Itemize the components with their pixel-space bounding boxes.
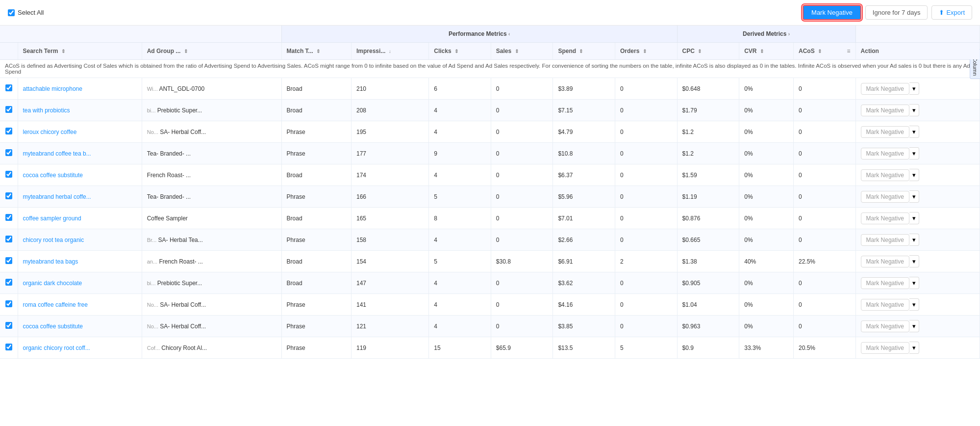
mark-negative-row-button[interactable]: Mark Negative bbox=[861, 105, 909, 116]
mark-negative-row-button[interactable]: Mark Negative bbox=[861, 256, 909, 267]
row-checkbox-cell[interactable] bbox=[0, 229, 18, 251]
cell-spend: $7.01 bbox=[553, 208, 615, 229]
clicks-sort-icon[interactable]: ⇕ bbox=[454, 49, 458, 54]
mark-negative-row-button[interactable]: Mark Negative bbox=[861, 342, 909, 354]
row-checkbox[interactable] bbox=[5, 236, 12, 242]
th-cvr[interactable]: CVR ⇕ bbox=[739, 43, 794, 60]
row-checkbox[interactable] bbox=[5, 84, 12, 91]
row-checkbox[interactable] bbox=[5, 192, 12, 199]
mark-negative-dropdown-button[interactable]: ▾ bbox=[909, 169, 919, 181]
search-term-sort-icon[interactable]: ⇕ bbox=[61, 49, 65, 54]
th-cpc[interactable]: CPC ⇕ bbox=[677, 43, 739, 60]
spend-sort-icon[interactable]: ⇕ bbox=[579, 49, 583, 54]
select-all-label[interactable]: Select All bbox=[18, 9, 44, 16]
mark-negative-dropdown-button[interactable]: ▾ bbox=[909, 126, 919, 138]
row-checkbox-cell[interactable] bbox=[0, 251, 18, 272]
impressions-sort-icon[interactable]: ↓ bbox=[389, 49, 391, 54]
cvr-sort-icon[interactable]: ⇕ bbox=[760, 49, 764, 54]
row-checkbox-cell[interactable] bbox=[0, 100, 18, 121]
mark-negative-dropdown-button[interactable]: ▾ bbox=[909, 342, 919, 354]
th-spend[interactable]: Spend ⇕ bbox=[553, 43, 615, 60]
th-orders[interactable]: Orders ⇕ bbox=[615, 43, 678, 60]
cell-match-type: Broad bbox=[281, 100, 351, 121]
cell-sales: 0 bbox=[491, 143, 553, 164]
row-checkbox[interactable] bbox=[5, 171, 12, 178]
chevron-down-icon: ▾ bbox=[912, 171, 916, 179]
col-group-action-empty bbox=[855, 26, 980, 43]
cell-orders: 0 bbox=[615, 186, 678, 208]
ad-group-sort-icon[interactable]: ⇕ bbox=[184, 49, 188, 54]
orders-sort-icon[interactable]: ⇕ bbox=[643, 49, 647, 54]
row-checkbox[interactable] bbox=[5, 106, 12, 113]
mark-negative-row-button[interactable]: Mark Negative bbox=[861, 126, 909, 138]
cell-sales: 0 bbox=[491, 121, 553, 143]
cpc-sort-icon[interactable]: ⇕ bbox=[698, 49, 702, 54]
row-checkbox-cell[interactable] bbox=[0, 272, 18, 294]
mark-negative-row-button[interactable]: Mark Negative bbox=[861, 299, 909, 311]
mark-negative-dropdown-button[interactable]: ▾ bbox=[909, 277, 919, 289]
row-checkbox[interactable] bbox=[5, 214, 12, 221]
mark-negative-row-button[interactable]: Mark Negative bbox=[861, 148, 909, 160]
th-search-term[interactable]: Search Term ⇕ bbox=[18, 43, 142, 60]
cell-acos: 0 bbox=[793, 272, 855, 294]
sales-sort-icon[interactable]: ⇕ bbox=[515, 49, 519, 54]
row-checkbox[interactable] bbox=[5, 279, 12, 286]
acos-sort-icon[interactable]: ⇕ bbox=[818, 49, 822, 54]
row-checkbox-cell[interactable] bbox=[0, 337, 18, 359]
cell-ad-group: Tea- Branded- ... bbox=[142, 143, 281, 164]
cell-orders: 0 bbox=[615, 208, 678, 229]
mark-negative-row-button[interactable]: Mark Negative bbox=[861, 234, 909, 246]
mark-negative-dropdown-button[interactable]: ▾ bbox=[909, 255, 919, 267]
row-checkbox-cell[interactable] bbox=[0, 164, 18, 186]
table-body: attachable microphone Wi... ANTL_GDL-070… bbox=[0, 78, 980, 359]
row-checkbox[interactable] bbox=[5, 300, 12, 307]
th-acos[interactable]: ACoS ⇕ ≡ bbox=[793, 43, 855, 60]
mark-negative-dropdown-button[interactable]: ▾ bbox=[909, 104, 919, 116]
row-checkbox-cell[interactable] bbox=[0, 316, 18, 337]
cell-match-type: Broad bbox=[281, 251, 351, 272]
row-checkbox[interactable] bbox=[5, 322, 12, 329]
ignore-button[interactable]: Ignore for 7 days bbox=[865, 5, 928, 20]
cell-impressions: 147 bbox=[351, 272, 428, 294]
th-ad-group[interactable]: Ad Group ... ⇕ bbox=[142, 43, 281, 60]
mark-negative-row-button[interactable]: Mark Negative bbox=[861, 83, 909, 95]
th-impressions[interactable]: Impressi... ↓ bbox=[351, 43, 428, 60]
match-type-sort-icon[interactable]: ⇕ bbox=[316, 49, 320, 54]
mark-negative-row-button[interactable]: Mark Negative bbox=[861, 277, 909, 289]
cell-match-type: Phrase bbox=[281, 229, 351, 251]
mark-negative-row-button[interactable]: Mark Negative bbox=[861, 169, 909, 181]
th-clicks[interactable]: Clicks ⇕ bbox=[429, 43, 491, 60]
mark-negative-row-button[interactable]: Mark Negative bbox=[861, 320, 909, 332]
row-checkbox-cell[interactable] bbox=[0, 143, 18, 164]
mark-negative-main-button[interactable]: Mark Negative bbox=[803, 5, 861, 20]
col-menu-icon[interactable]: ≡ bbox=[847, 48, 851, 54]
cell-clicks: 6 bbox=[429, 78, 491, 100]
th-sales[interactable]: Sales ⇕ bbox=[491, 43, 553, 60]
select-all-checkbox[interactable] bbox=[8, 9, 15, 16]
row-checkbox-cell[interactable] bbox=[0, 121, 18, 143]
mark-negative-row-button[interactable]: Mark Negative bbox=[861, 191, 909, 203]
row-checkbox[interactable] bbox=[5, 149, 12, 156]
mark-negative-dropdown-button[interactable]: ▾ bbox=[909, 298, 919, 311]
mark-negative-dropdown-button[interactable]: ▾ bbox=[909, 234, 919, 246]
cell-spend: $3.89 bbox=[553, 78, 615, 100]
export-button[interactable]: ⬆ Export bbox=[931, 5, 972, 20]
row-checkbox[interactable] bbox=[5, 344, 12, 350]
row-checkbox-cell[interactable] bbox=[0, 208, 18, 229]
row-checkbox[interactable] bbox=[5, 128, 12, 134]
mark-negative-dropdown-button[interactable]: ▾ bbox=[909, 147, 919, 160]
row-checkbox-cell[interactable] bbox=[0, 186, 18, 208]
mark-negative-dropdown-button[interactable]: ▾ bbox=[909, 82, 919, 95]
mark-negative-dropdown-button[interactable]: ▾ bbox=[909, 320, 919, 332]
cell-acos: 0 bbox=[793, 316, 855, 337]
row-checkbox[interactable] bbox=[5, 257, 12, 264]
row-checkbox-cell[interactable] bbox=[0, 78, 18, 100]
mark-negative-row-button[interactable]: Mark Negative bbox=[861, 213, 909, 224]
mark-negative-dropdown-button[interactable]: ▾ bbox=[909, 190, 919, 203]
cell-acos: 0 bbox=[793, 164, 855, 186]
th-match-type[interactable]: Match T... ⇕ bbox=[281, 43, 351, 60]
mark-negative-dropdown-button[interactable]: ▾ bbox=[909, 212, 919, 224]
cell-cvr: 0% bbox=[739, 78, 794, 100]
row-checkbox-cell[interactable] bbox=[0, 294, 18, 316]
cell-action: Mark Negative ▾ bbox=[855, 294, 980, 316]
